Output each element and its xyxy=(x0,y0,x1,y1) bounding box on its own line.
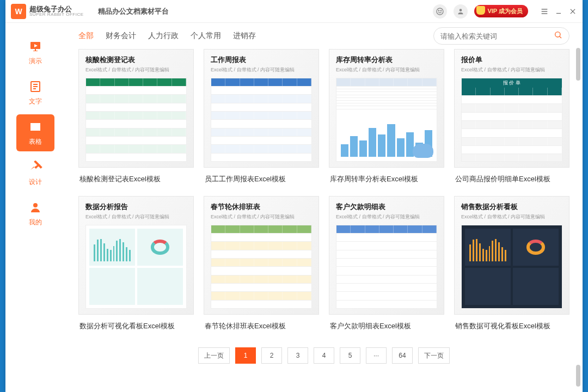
template-caption: 春节轮休排班表Excel模板 xyxy=(204,315,319,333)
page-5[interactable]: 5 xyxy=(340,347,360,364)
category-tabs: 全部财务会计人力行政个人常用进销存 xyxy=(65,23,583,49)
thumb-subtitle: Excel格式 / 自带格式 / 内容可随意编辑 xyxy=(461,66,562,74)
sidebar-label: 演示 xyxy=(29,57,42,66)
template-card-0[interactable]: 核酸检测登记表Excel格式 / 自带格式 / 内容可随意编辑核酸检测登记表Ex… xyxy=(78,49,194,186)
thumb-preview xyxy=(336,225,437,309)
page-4[interactable]: 4 xyxy=(314,347,334,364)
template-grid: 核酸检测登记表Excel格式 / 自带格式 / 内容可随意编辑核酸检测登记表Ex… xyxy=(78,49,569,333)
menu-icon[interactable] xyxy=(540,7,549,16)
page-prev[interactable]: 上一页 xyxy=(198,347,230,364)
thumb-title: 库存周转率分析表 xyxy=(336,55,437,65)
category-tab-2[interactable]: 人力行政 xyxy=(148,29,179,43)
thumb-title: 工作周报表 xyxy=(211,55,312,65)
content-scroll[interactable]: 核酸检测登记表Excel格式 / 自带格式 / 内容可随意编辑核酸检测登记表Ex… xyxy=(65,49,583,392)
sidebar-item-2[interactable]: 表格 xyxy=(16,114,54,151)
sidebar-label: 我的 xyxy=(29,218,42,227)
thumb-subtitle: Excel格式 / 自带格式 / 内容可随意编辑 xyxy=(85,213,187,220)
pagination: 上一页12345···64下一页 xyxy=(78,333,569,371)
template-thumb: 工作周报表Excel格式 / 自带格式 / 内容可随意编辑 xyxy=(204,49,319,168)
thumb-subtitle: Excel格式 / 自带格式 / 内容可随意编辑 xyxy=(211,66,312,74)
support-icon[interactable] xyxy=(433,4,447,19)
template-card-6[interactable]: 客户欠款明细表Excel格式 / 自带格式 / 内容可随意编辑客户欠款明细表Ex… xyxy=(329,196,444,333)
svg-rect-12 xyxy=(35,49,36,51)
template-thumb: 销售数据分析看板Excel格式 / 自带格式 / 内容可随意编辑 xyxy=(454,196,569,315)
thumb-subtitle: Excel格式 / 自带格式 / 内容可随意编辑 xyxy=(85,66,187,74)
page-3[interactable]: 3 xyxy=(287,347,308,364)
sidebar-label: 表格 xyxy=(29,137,42,146)
template-thumb: 核酸检测登记表Excel格式 / 自带格式 / 内容可随意编辑 xyxy=(78,49,194,168)
sidebar-item-3[interactable]: 设计 xyxy=(16,155,54,192)
thumb-preview xyxy=(461,225,562,309)
thumb-preview xyxy=(85,78,187,162)
page-···[interactable]: ··· xyxy=(366,347,387,364)
thumb-subtitle: Excel格式 / 自带格式 / 内容可随意编辑 xyxy=(211,213,312,220)
thumb-preview xyxy=(85,225,187,309)
sidebar-icon-2 xyxy=(27,120,44,134)
search-input[interactable] xyxy=(440,32,549,40)
sidebar-label: 文字 xyxy=(29,97,42,106)
scroll-thumb-top[interactable] xyxy=(576,48,580,81)
thumb-subtitle: Excel格式 / 自带格式 / 内容可随意编辑 xyxy=(461,213,562,220)
svg-point-1 xyxy=(439,10,439,11)
svg-point-0 xyxy=(437,8,443,15)
template-caption: 数据分析可视化看板Excel模板 xyxy=(78,315,194,333)
thumb-preview xyxy=(336,78,437,162)
svg-point-25 xyxy=(555,32,560,37)
minimize-icon[interactable] xyxy=(554,7,563,16)
template-caption: 员工工作周报表Excel模板 xyxy=(204,168,319,186)
template-card-4[interactable]: 数据分析报告Excel格式 / 自带格式 / 内容可随意编辑数据分析可视化看板E… xyxy=(78,196,194,333)
logo-badge: W xyxy=(11,4,26,19)
thumb-subtitle: Excel格式 / 自带格式 / 内容可随意编辑 xyxy=(336,66,437,74)
thumb-preview: 报 价 单 xyxy=(461,78,562,162)
vip-badge[interactable]: VIP 成为会员 xyxy=(474,5,528,17)
template-thumb: 客户欠款明细表Excel格式 / 自带格式 / 内容可随意编辑 xyxy=(329,196,444,315)
user-icon[interactable] xyxy=(454,4,468,19)
page-1[interactable]: 1 xyxy=(235,347,256,364)
template-card-5[interactable]: 春节轮休排班表Excel格式 / 自带格式 / 内容可随意编辑春节轮休排班表Ex… xyxy=(204,196,319,333)
thumb-title: 数据分析报告 xyxy=(85,202,187,212)
scrollbar[interactable] xyxy=(575,48,581,387)
template-card-7[interactable]: 销售数据分析看板Excel格式 / 自带格式 / 内容可随意编辑销售数据可视化看… xyxy=(454,196,569,333)
sidebar-icon-3 xyxy=(27,160,44,174)
template-card-3[interactable]: 报价单Excel格式 / 自带格式 / 内容可随意编辑报 价 单公司商品报价明细… xyxy=(454,49,569,186)
titlebar: W 超级兔子办公 SUPER RABBIT OFFICE 精品办公文档素材平台 … xyxy=(5,0,583,23)
logo-en: SUPER RABBIT OFFICE xyxy=(29,13,84,17)
svg-point-2 xyxy=(441,10,442,11)
close-icon[interactable] xyxy=(568,7,577,16)
thumb-preview xyxy=(211,78,312,162)
svg-rect-18 xyxy=(30,123,40,131)
template-card-2[interactable]: 库存周转率分析表Excel格式 / 自带格式 / 内容可随意编辑库存周转率分析表… xyxy=(329,49,444,186)
sidebar-icon-4 xyxy=(27,200,44,215)
sidebar-item-0[interactable]: 演示 xyxy=(16,34,54,71)
template-caption: 销售数据可视化看板Excel模板 xyxy=(454,315,569,333)
page-2[interactable]: 2 xyxy=(261,347,282,364)
category-tab-4[interactable]: 进销存 xyxy=(233,29,256,43)
sidebar-label: 设计 xyxy=(29,177,42,187)
search-icon[interactable] xyxy=(554,30,562,41)
category-tab-0[interactable]: 全部 xyxy=(78,29,94,43)
scroll-thumb-bottom[interactable] xyxy=(576,365,580,387)
page-next[interactable]: 下一页 xyxy=(418,347,450,364)
logo: W 超级兔子办公 SUPER RABBIT OFFICE xyxy=(11,4,84,19)
thumb-title: 客户欠款明细表 xyxy=(336,202,437,212)
svg-point-24 xyxy=(33,203,38,207)
category-tab-3[interactable]: 个人常用 xyxy=(191,29,221,43)
template-caption: 核酸检测登记表Excel模板 xyxy=(78,168,194,186)
thumb-subtitle: Excel格式 / 自带格式 / 内容可随意编辑 xyxy=(336,213,437,220)
thumb-preview xyxy=(211,225,312,309)
template-caption: 客户欠款明细表Excel模板 xyxy=(329,315,444,333)
search-box[interactable] xyxy=(433,27,569,45)
svg-line-26 xyxy=(560,36,561,38)
template-card-1[interactable]: 工作周报表Excel格式 / 自带格式 / 内容可随意编辑员工工作周报表Exce… xyxy=(204,49,319,186)
svg-rect-13 xyxy=(33,51,38,51)
template-caption: 库存周转率分析表Excel模板 xyxy=(329,168,444,186)
thumb-title: 报价单 xyxy=(461,55,562,65)
sidebar-item-4[interactable]: 我的 xyxy=(16,195,54,232)
page-64[interactable]: 64 xyxy=(392,347,413,364)
sidebar-item-1[interactable]: 文字 xyxy=(16,74,54,111)
template-caption: 公司商品报价明细单Excel模板 xyxy=(454,168,569,186)
template-thumb: 数据分析报告Excel格式 / 自带格式 / 内容可随意编辑 xyxy=(78,196,194,315)
app-window: W 超级兔子办公 SUPER RABBIT OFFICE 精品办公文档素材平台 … xyxy=(5,0,583,392)
thumb-title: 销售数据分析看板 xyxy=(461,202,562,212)
category-tab-1[interactable]: 财务会计 xyxy=(106,29,136,43)
